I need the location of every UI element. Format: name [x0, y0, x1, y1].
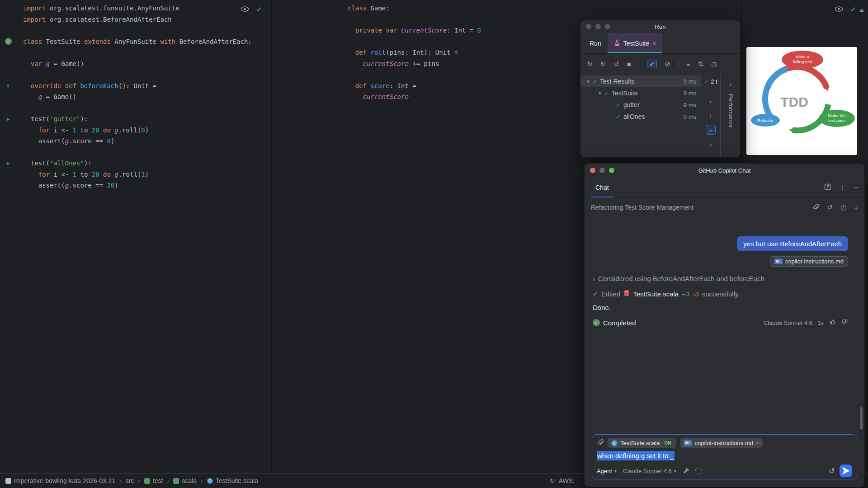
token: : Int = [390, 82, 416, 89]
inspections-passed-icon[interactable]: ✓ [850, 5, 856, 14]
show-ignored-icon[interactable]: ⊘ [665, 61, 670, 67]
chevron-down-icon[interactable]: ▾ [596, 90, 604, 96]
thread-header: Refactoring Test Score Management ↺ ◷ + [585, 198, 864, 217]
breadcrumb-item[interactable]: scala [173, 477, 197, 484]
test-tree-row[interactable]: ✓gutter9 ms [580, 99, 701, 111]
kebab-menu-icon[interactable]: ⋮ [839, 183, 846, 192]
breadcrumb-item[interactable]: test [144, 477, 163, 484]
run-window-titlebar[interactable]: Run [580, 20, 740, 33]
edited-file-link[interactable]: TestSuite.scala [633, 290, 679, 298]
sort-toggle-button[interactable]: ≡ [706, 125, 716, 135]
close-tab-icon[interactable]: × [652, 40, 656, 47]
tab-testsuite[interactable]: TestSuite × [608, 33, 663, 53]
gutter: ✓ [0, 38, 16, 45]
test-tree-row[interactable]: ✓allOnes0 ms [580, 111, 701, 122]
token: 1 [141, 171, 145, 178]
prompt-text-line[interactable]: when defining g set it to _ [597, 452, 852, 460]
show-passed-icon[interactable]: ✓ [647, 60, 657, 68]
token: 0 [477, 27, 481, 34]
prompt-input-box[interactable]: C TestSuite.scala ON M↓ copilot-instruct… [592, 434, 857, 479]
code-text: test("allOnes"): [23, 160, 92, 167]
toggle-auto-test-icon[interactable]: ↺ [613, 61, 619, 67]
remove-chip-icon[interactable]: × [756, 440, 760, 446]
attach-icon[interactable] [812, 203, 820, 212]
open-in-editor-icon[interactable] [824, 183, 831, 192]
thumbs-down-icon[interactable] [841, 319, 848, 327]
edited-suffix: successfully. [702, 290, 740, 298]
breadcrumb-item[interactable]: src [126, 477, 134, 484]
thumbs-up-icon[interactable] [829, 319, 836, 327]
minimize-button[interactable] [595, 24, 601, 29]
prompt-text-selected[interactable]: when defining g set it to _ [597, 451, 675, 460]
token: = Game() [50, 60, 84, 67]
model-dropdown[interactable]: Claude Sonnet 4.6 ▾ [623, 468, 676, 474]
aws-status-label[interactable]: AWS: [559, 477, 575, 484]
reader-mode-eye-icon[interactable] [835, 5, 843, 14]
copilot-titlebar[interactable]: GitHub Copilot Chat [585, 164, 864, 177]
check-icon: ✓ [704, 78, 709, 85]
breadcrumb-item[interactable]: CTestSuite.scala [207, 477, 258, 484]
new-chat-icon[interactable]: + [854, 204, 858, 211]
token: TestSuite [46, 38, 84, 45]
chat-scrollbar[interactable] [860, 407, 863, 429]
minimize-button[interactable] [599, 168, 605, 173]
run-test-icon[interactable]: ▶ [7, 161, 10, 166]
sort-by-duration-icon[interactable]: ≡ [686, 61, 690, 67]
completed-text: Completed [603, 319, 636, 327]
zoom-button[interactable] [609, 168, 614, 173]
considered-row[interactable]: › Considered using BeforeAndAfterEach an… [593, 275, 764, 282]
breadcrumb-separator: › [119, 477, 122, 484]
collapse-stripe-icon[interactable]: ‹ [730, 81, 731, 88]
token: 1 [73, 127, 76, 134]
test-history-icon[interactable]: ◷ [711, 61, 717, 67]
context-chip-testsuite[interactable]: C TestSuite.scala ON [608, 438, 676, 448]
rerun-failed-tests-icon[interactable]: ↻ [600, 61, 606, 67]
code-text: g = Game() [23, 93, 76, 100]
reader-mode-eye-icon[interactable] [241, 5, 249, 14]
history-icon[interactable]: ◷ [840, 203, 846, 211]
tab-run[interactable]: Run [583, 33, 608, 53]
hide-window-icon[interactable]: − [854, 183, 858, 191]
usage-circle-icon[interactable] [695, 468, 702, 474]
test-tree-row[interactable]: ▾✓TestSuite9 ms [580, 87, 701, 99]
editor-menu-icon[interactable]: ≡ [860, 6, 864, 14]
run-tabs: Run TestSuite × [580, 33, 740, 54]
rerun-tests-icon[interactable]: ↻ [587, 61, 593, 67]
zoom-button[interactable] [605, 24, 610, 29]
context-chip-instructions[interactable]: M↓ copilot-instructions.md × [680, 438, 763, 448]
inspections-passed-icon[interactable]: ✓ [256, 5, 262, 14]
override-icon[interactable]: ↑ [6, 83, 10, 89]
breadcrumb-item[interactable]: imperative-bowling-kata-2026-03-21 [5, 477, 115, 484]
mode-dropdown[interactable]: Agent ▾ [597, 468, 617, 474]
code-editor-testsuite[interactable]: import org.scalatest.funsuite.AnyFunSuit… [0, 0, 271, 191]
more-options-icon[interactable]: › [710, 141, 712, 148]
token: var [31, 60, 46, 67]
close-button[interactable] [586, 24, 591, 29]
token: (pins: Int): Unit = [386, 49, 458, 56]
test-name: Test Results [600, 78, 634, 85]
attachment-chip[interactable]: M↓ copilot-instructions.md [770, 256, 848, 267]
edited-row: ✓ Edited TestSuite.scala +3 -3 successfu… [593, 290, 740, 298]
run-test-icon[interactable]: ▶ [7, 117, 10, 122]
close-button[interactable] [590, 168, 595, 173]
resend-icon[interactable]: ↺ [829, 466, 835, 476]
test-tree-row[interactable]: ▾✓Test Results9 ms [580, 75, 701, 87]
expand-collapse-icon[interactable]: ⇅ [698, 61, 704, 67]
sync-status-icon[interactable]: ↻ [550, 477, 555, 484]
undo-icon[interactable]: ↺ [827, 203, 833, 211]
performance-stripe-button[interactable]: Performance [727, 94, 734, 127]
test-passed-icon[interactable]: ✓ [5, 38, 12, 45]
previous-test-button[interactable]: ↑ [709, 99, 712, 106]
token: (): Unit = [118, 82, 156, 89]
code-line: ✓class TestSuite extends AnyFunSuite wit… [0, 36, 271, 47]
chevron-right-icon[interactable]: › [593, 275, 595, 282]
send-button[interactable] [840, 465, 852, 477]
token: currentScore [363, 60, 409, 67]
next-test-button[interactable]: ↓ [709, 111, 712, 118]
tools-wrench-icon[interactable] [683, 467, 690, 474]
stop-icon[interactable]: ■ [627, 61, 631, 67]
attach-file-icon[interactable] [597, 439, 604, 448]
chevron-down-icon[interactable]: ▾ [584, 79, 592, 84]
tab-chat[interactable]: Chat [591, 177, 613, 197]
test-duration: 9 ms [684, 102, 701, 108]
